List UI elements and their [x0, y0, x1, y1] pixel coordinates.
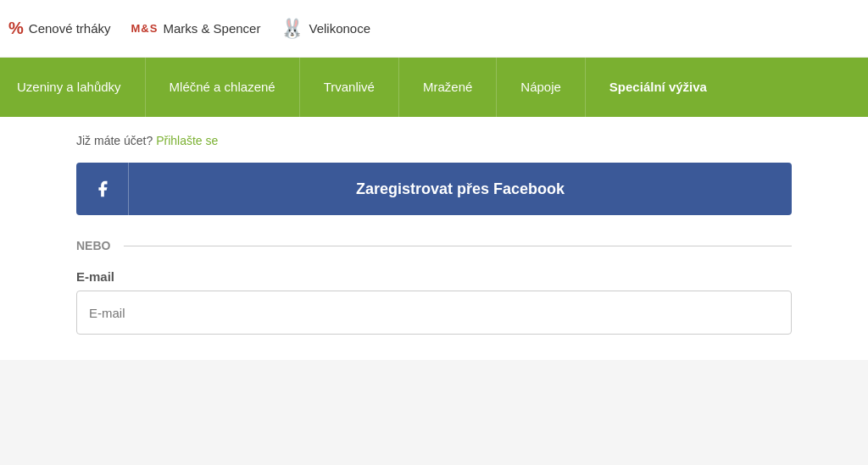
cenove-trhaky-label: Cenové trháky: [29, 21, 111, 36]
sidebar-item-trvanlivé[interactable]: Trvanlivé: [300, 58, 399, 117]
sidebar-item-napoje[interactable]: Nápoje: [497, 58, 586, 117]
email-input[interactable]: [76, 291, 792, 335]
facebook-button-label: Zaregistrovat přes Facebook: [129, 180, 792, 198]
ms-icon: M&S: [131, 22, 159, 35]
velikonoce-nav-item[interactable]: 🐰 Velikonoce: [281, 18, 370, 40]
category-nav: Uzeniny a lahůdky Mléčné a chlazené Trva…: [0, 58, 868, 117]
percent-icon: %: [8, 19, 24, 38]
sidebar-item-mlecne[interactable]: Mléčné a chlazené: [146, 58, 300, 117]
marks-spencer-nav-item[interactable]: M&S Marks & Spencer: [131, 21, 261, 36]
facebook-register-button[interactable]: Zaregistrovat přes Facebook: [76, 163, 792, 215]
sidebar-item-mrazene[interactable]: Mražené: [399, 58, 497, 117]
sidebar-item-uzeniny[interactable]: Uzeniny a lahůdky: [0, 58, 146, 117]
cenove-trhaky-nav-item[interactable]: % Cenové trháky: [8, 19, 111, 38]
sidebar-item-specialni[interactable]: Speciální výživa: [586, 58, 731, 117]
or-divider: NEBO: [76, 239, 792, 252]
top-nav: % Cenové trháky M&S Marks & Spencer 🐰 Ve…: [0, 0, 868, 58]
velikonoce-label: Velikonoce: [309, 21, 370, 36]
marks-spencer-label: Marks & Spencer: [163, 21, 260, 36]
facebook-icon: [76, 163, 129, 215]
email-label: E-mail: [76, 269, 792, 284]
main-content: Již máte účet? Přihlašte se Zaregistrova…: [0, 117, 868, 360]
already-have-text: Již máte účet? Přihlašte se: [76, 134, 792, 147]
email-form-group: E-mail: [76, 269, 792, 335]
or-label: NEBO: [76, 239, 110, 252]
rabbit-icon: 🐰: [281, 18, 303, 40]
login-link[interactable]: Přihlašte se: [156, 134, 218, 147]
divider-line: [124, 246, 792, 246]
